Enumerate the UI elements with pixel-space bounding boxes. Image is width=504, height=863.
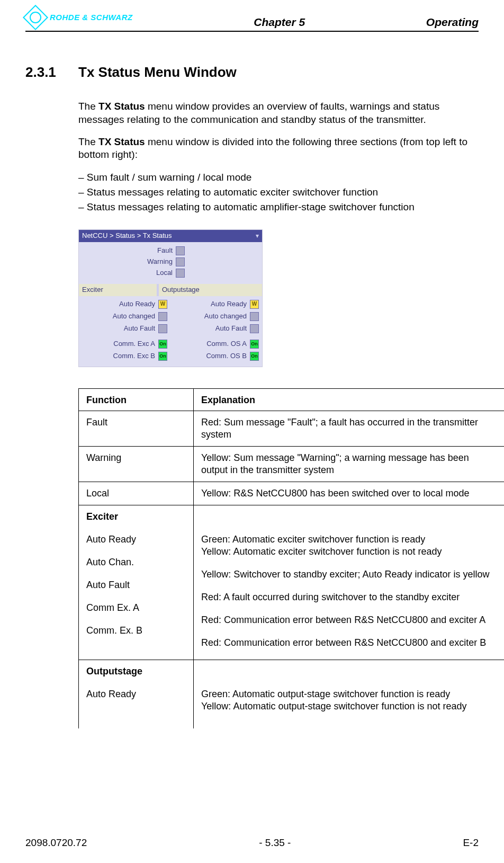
cell-function: Warning: [79, 446, 194, 482]
fault-indicator-icon: [176, 246, 185, 255]
cell-explanation: Yellow: Sum message "Warning"; a warning…: [194, 446, 505, 482]
cell-explanation: Red: Sum message "Fault"; a fault has oc…: [194, 411, 505, 447]
column-headers: Exciter Outputstage: [79, 284, 262, 296]
on-badge-icon: On: [250, 352, 259, 361]
brand-name: ROHDE & SCHWARZ: [50, 12, 133, 22]
section-title: Tx Status Menu Window: [78, 64, 237, 80]
doc-number: 2098.0720.72: [25, 837, 87, 849]
cell-explanation: Green: Automatic output-stage switchover…: [194, 660, 505, 729]
chapter-label: Chapter 5: [254, 15, 305, 30]
bullet-item: Status messages relating to automatic am…: [78, 201, 479, 213]
section-label: Operating: [426, 15, 479, 30]
paragraph-1: The TX Status menu window provides an ov…: [78, 100, 479, 126]
cell-function: Exciter Auto Ready Auto Chan. Auto Fault…: [79, 505, 194, 660]
col-explanation: Explanation: [194, 388, 505, 411]
dropdown-arrow-icon: ▾: [256, 232, 259, 240]
section-heading: 2.3.1Tx Status Menu Window: [25, 64, 479, 81]
exciter-header: Exciter: [79, 284, 157, 296]
warning-label: Warning: [147, 257, 173, 266]
indicator-icon: [158, 324, 167, 333]
indicator-icon: [250, 312, 259, 321]
page-code: E-2: [463, 837, 479, 849]
on-badge-icon: On: [158, 340, 167, 349]
page-number: - 5.35 -: [259, 837, 291, 849]
col-function: Function: [79, 388, 194, 411]
warning-indicator-icon: [176, 257, 185, 266]
indicator-icon: [158, 312, 167, 321]
w-badge-icon: W: [158, 300, 167, 309]
brand-logo: ROHDE & SCHWARZ: [25, 5, 133, 30]
outputstage-column: Auto ReadyW Auto changed Auto Fault Comm…: [170, 296, 262, 367]
cell-function: Fault: [79, 411, 194, 447]
local-indicator-icon: [176, 269, 185, 278]
cell-function: Local: [79, 482, 194, 505]
fault-label: Fault: [157, 246, 173, 255]
page-header: ROHDE & SCHWARZ Chapter 5 Operating: [25, 5, 479, 32]
exciter-column: Auto ReadyW Auto changed Auto Fault Comm…: [79, 296, 170, 367]
section-number: 2.3.1: [25, 64, 78, 81]
cell-function: Outputstage Auto Ready: [79, 660, 194, 729]
indicator-icon: [250, 324, 259, 333]
cell-explanation: Green: Automatic exciter switchover func…: [194, 505, 505, 660]
bullet-item: Sum fault / sum warning / local mode: [78, 171, 479, 184]
bullet-list: Sum fault / sum warning / local mode Sta…: [78, 171, 479, 214]
screenshot-titlebar: NetCCU > Status > Tx Status ▾: [79, 230, 262, 242]
function-table: Function Explanation Fault Red: Sum mess…: [78, 388, 504, 729]
tx-status-screenshot: NetCCU > Status > Tx Status ▾ Fault Warn…: [78, 229, 263, 367]
page-footer: 2098.0720.72 - 5.35 - E-2: [0, 837, 504, 849]
logo-mark-icon: [23, 5, 48, 30]
outputstage-header: Outputstage: [159, 284, 262, 296]
bullet-item: Status messages relating to automatic ex…: [78, 186, 479, 199]
breadcrumb: NetCCU > Status > Tx Status: [82, 232, 172, 241]
on-badge-icon: On: [250, 340, 259, 349]
on-badge-icon: On: [158, 352, 167, 361]
cell-explanation: Yellow: R&S NetCCU800 has been switched …: [194, 482, 505, 505]
w-badge-icon: W: [250, 300, 259, 309]
local-label: Local: [156, 269, 173, 278]
paragraph-2: The TX Status menu window is divided int…: [78, 136, 479, 162]
